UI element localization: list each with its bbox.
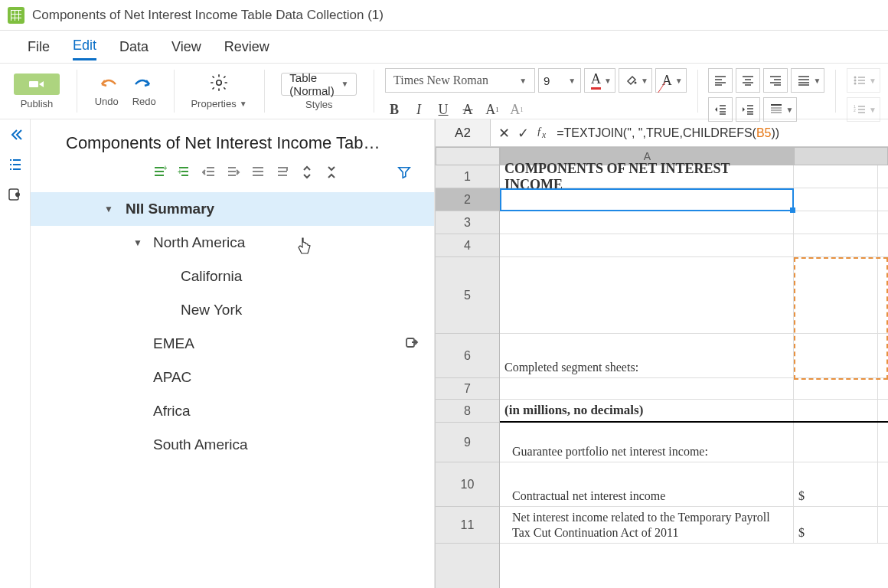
cell-b10[interactable]: $ (794, 462, 878, 506)
cell-reference-box[interactable]: A2 (436, 119, 491, 146)
formula-input[interactable]: =TEXTJOIN(", ",TRUE,CHILDREFS(B5)) (553, 126, 779, 140)
menu-edit[interactable]: Edit (73, 33, 96, 60)
row-header-9[interactable]: 9 (436, 423, 499, 462)
cell-a5[interactable] (500, 257, 794, 333)
favorite-icon[interactable] (8, 187, 23, 204)
outdent-section-button[interactable] (202, 165, 216, 181)
properties-label[interactable]: Properties▼ (191, 98, 246, 109)
cell-b4[interactable] (794, 234, 878, 256)
list-group: ▼ 12▼ (847, 64, 880, 119)
select-all-corner[interactable] (436, 147, 500, 165)
row-header-7[interactable]: 7 (436, 378, 499, 400)
bold-button[interactable]: B (385, 100, 403, 119)
highlight-color-button[interactable]: ▼ (619, 68, 652, 93)
fx-icon[interactable]: ƒx (537, 126, 546, 140)
font-size-dropdown[interactable]: 9▼ (538, 68, 581, 93)
superscript-button[interactable]: A1 (483, 100, 501, 119)
menu-data[interactable]: Data (119, 34, 149, 60)
sort-button[interactable] (276, 165, 289, 181)
tree-node-nii-summary[interactable]: ▼ NII Summary (31, 192, 434, 226)
row-header-4[interactable]: 4 (436, 234, 499, 257)
cell-a4[interactable] (500, 234, 794, 256)
collapse-all-button[interactable] (325, 165, 338, 181)
caret-down-icon[interactable]: ▼ (104, 204, 113, 214)
menu-review[interactable]: Review (224, 34, 269, 60)
indent-section-button[interactable] (227, 165, 240, 181)
row-header-6[interactable]: 6 (436, 334, 499, 378)
align-center-button[interactable] (736, 68, 760, 93)
formula-cancel-button[interactable]: ✕ (498, 125, 510, 142)
row-header-5[interactable]: 5 (436, 257, 499, 334)
redo-button[interactable] (128, 75, 157, 93)
underline-button[interactable]: U (434, 100, 452, 119)
cell-a1[interactable]: COMPONENTS OF NET INTEREST INCOME (500, 165, 794, 188)
indent-increase-button[interactable] (736, 97, 760, 122)
add-section-button[interactable]: + (153, 165, 167, 181)
tree-node-apac[interactable]: APAC (31, 361, 434, 394)
tree-node-north-america[interactable]: ▼ North America (31, 226, 434, 260)
row-header-1[interactable]: 1 (436, 165, 499, 188)
tree-node-new-york[interactable]: New York (31, 293, 434, 327)
expand-all-button[interactable] (300, 165, 314, 181)
move-up-button[interactable] (251, 165, 265, 181)
cell-b3[interactable] (794, 211, 878, 234)
tree-node-california[interactable]: California (31, 260, 434, 293)
italic-button[interactable]: I (410, 100, 428, 119)
cell-a8[interactable]: (in millions, no decimals) (500, 400, 794, 421)
clear-format-button[interactable]: A⁄▼ (655, 68, 687, 93)
styles-group: Table (Normal)▼ Styles (275, 64, 363, 119)
properties-button[interactable] (209, 73, 229, 95)
row-header-8[interactable]: 8 (436, 400, 499, 423)
cell-b2[interactable] (794, 188, 878, 211)
cell-a6[interactable]: Completed segment sheets: (500, 334, 794, 377)
row-header-11[interactable]: 11 (436, 507, 499, 544)
add-child-button[interactable]: + (178, 165, 191, 181)
styles-label: Styles (305, 99, 332, 110)
undo-redo-group: Undo Redo (88, 64, 163, 119)
font-family-dropdown[interactable]: Times New Roman▼ (385, 68, 535, 93)
font-color-button[interactable]: A▼ (584, 68, 615, 93)
caret-down-icon[interactable]: ▼ (133, 237, 142, 248)
cell-a11[interactable]: Net interest income related to the Tempo… (500, 507, 794, 543)
outline-icon[interactable] (8, 157, 23, 175)
strikethrough-button[interactable]: A (459, 100, 477, 119)
cell-b6[interactable] (794, 334, 878, 377)
valign-button[interactable]: ▼ (763, 97, 797, 122)
cell-a7[interactable] (500, 378, 794, 399)
publish-button[interactable] (14, 74, 60, 95)
align-left-button[interactable] (708, 68, 733, 93)
indent-decrease-button[interactable] (708, 97, 733, 122)
filter-button[interactable] (397, 165, 411, 181)
cell-a10[interactable]: Contractual net interest income (500, 462, 794, 506)
cell-b9[interactable] (794, 423, 878, 462)
subscript-button[interactable]: A1 (508, 100, 526, 119)
formula-accept-button[interactable]: ✓ (517, 125, 529, 142)
grid[interactable]: A 1 2 3 4 5 6 7 8 9 10 11 COMPONENTS OF … (436, 147, 888, 588)
cell-a2[interactable] (500, 188, 794, 211)
row-header-10[interactable]: 10 (436, 462, 499, 507)
undo-button[interactable] (94, 75, 123, 93)
menu-file[interactable]: File (28, 34, 50, 60)
row-header-3[interactable]: 3 (436, 211, 499, 234)
styles-dropdown[interactable]: Table (Normal)▼ (281, 73, 357, 96)
cell-b7[interactable] (794, 378, 878, 399)
row-header-2[interactable]: 2 (436, 188, 499, 211)
tree-node-africa[interactable]: Africa (31, 394, 434, 428)
tree-node-emea[interactable]: EMEA (31, 327, 434, 361)
menu-view[interactable]: View (171, 34, 201, 60)
cell-b8[interactable] (794, 400, 878, 421)
document-title[interactable]: Components of Net Interest Income Table … (32, 8, 384, 23)
cell-b1[interactable] (794, 165, 878, 188)
collapse-rail-button[interactable] (8, 127, 23, 145)
export-icon[interactable] (405, 335, 419, 353)
align-justify-button[interactable]: ▼ (791, 68, 824, 93)
cell-a3[interactable] (500, 211, 794, 234)
bullet-list-button[interactable]: ▼ (847, 68, 880, 93)
svg-point-3 (854, 77, 857, 79)
tree-node-south-america[interactable]: South America (31, 428, 434, 462)
cell-b5[interactable] (794, 257, 878, 333)
cell-b11[interactable]: $ (794, 507, 878, 543)
number-list-button[interactable]: 12▼ (847, 97, 880, 122)
cell-a9[interactable]: Guarantee portfolio net interest income: (500, 423, 794, 462)
align-right-button[interactable] (763, 68, 788, 93)
